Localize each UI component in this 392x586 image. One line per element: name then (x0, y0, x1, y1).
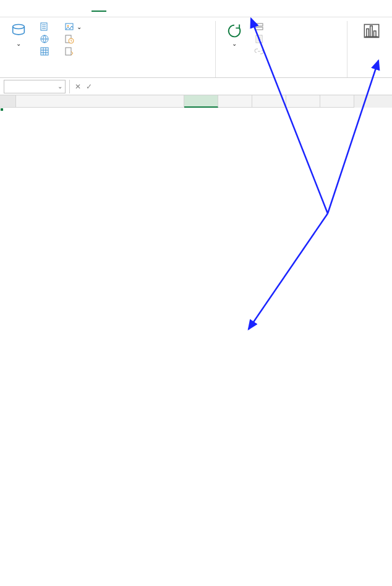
col-header-B[interactable] (184, 95, 218, 108)
svg-point-5 (67, 25, 69, 27)
svg-rect-9 (255, 24, 263, 26)
ribbon-group-queries: ⌄ (216, 21, 347, 77)
queries-icon (254, 22, 264, 32)
existing-connections-button[interactable] (62, 46, 84, 57)
svg-line-15 (249, 213, 328, 329)
formula-bar: ⌄ ✕ ✓ (0, 78, 392, 95)
get-data-label2: ⌄ (16, 40, 21, 48)
col-header-A[interactable] (16, 95, 184, 108)
recent-sources-button[interactable] (62, 33, 84, 45)
svg-point-0 (13, 25, 25, 29)
svg-rect-3 (41, 48, 48, 55)
ribbon-group-queries-label (219, 75, 343, 76)
name-box-dropdown-icon[interactable]: ⌄ (58, 83, 62, 90)
spreadsheet-grid[interactable] (0, 95, 392, 108)
get-data-icon (10, 22, 27, 40)
edit-links-button (252, 46, 269, 57)
menu-review[interactable] (106, 6, 121, 11)
col-header-E[interactable] (286, 95, 320, 108)
queries-connections-button[interactable] (252, 21, 269, 32)
formula-input[interactable] (102, 82, 392, 91)
from-picture-label: ⌄ (77, 22, 82, 31)
menu-data[interactable] (92, 6, 106, 12)
menu-page-layout[interactable] (62, 6, 77, 11)
refresh-icon (226, 22, 243, 40)
col-header-C[interactable] (218, 95, 252, 108)
fill-handle[interactable] (0, 108, 4, 111)
menu-file[interactable] (2, 6, 17, 11)
menu-developer[interactable] (136, 6, 151, 11)
menu-draw[interactable] (47, 6, 62, 11)
enter-icon[interactable]: ✓ (83, 82, 95, 91)
table-icon (40, 46, 49, 56)
from-web-button[interactable] (37, 33, 54, 45)
recent-icon (64, 34, 74, 44)
svg-rect-8 (66, 48, 71, 55)
col-header-D[interactable] (252, 95, 286, 108)
from-text-csv-button[interactable] (37, 21, 54, 32)
from-picture-button[interactable]: ⌄ (62, 21, 84, 32)
name-box[interactable]: ⌄ (4, 80, 66, 93)
from-table-range-button[interactable] (37, 46, 54, 57)
ribbon: ⌄ ⌄ (0, 17, 392, 78)
existing-conn-icon (64, 46, 74, 56)
properties-button (252, 33, 269, 45)
get-data-button[interactable]: ⌄ (4, 21, 33, 57)
svg-rect-10 (255, 27, 263, 30)
edit-links-icon (254, 46, 264, 56)
refresh-all-label2: ⌄ (232, 40, 237, 48)
cancel-icon[interactable]: ✕ (72, 82, 83, 91)
col-header-F[interactable] (320, 95, 354, 108)
ribbon-group-get-transform-label (4, 75, 211, 76)
refresh-all-button[interactable]: ⌄ (219, 21, 249, 57)
properties-icon (254, 34, 264, 44)
web-icon (40, 34, 49, 44)
ribbon-group-get-transform: ⌄ ⌄ (0, 21, 216, 77)
menu-formulas[interactable] (77, 6, 92, 11)
select-all-corner[interactable] (0, 95, 16, 108)
stocks-button[interactable] (355, 21, 388, 40)
menu-home[interactable] (17, 6, 32, 11)
menu-insert[interactable] (32, 6, 47, 11)
stocks-icon (363, 22, 380, 40)
ribbon-group-data-types (347, 21, 392, 77)
picture-icon (64, 22, 74, 32)
textcsv-icon (40, 22, 49, 32)
menu-bar (0, 0, 392, 17)
menu-view[interactable] (121, 6, 136, 11)
